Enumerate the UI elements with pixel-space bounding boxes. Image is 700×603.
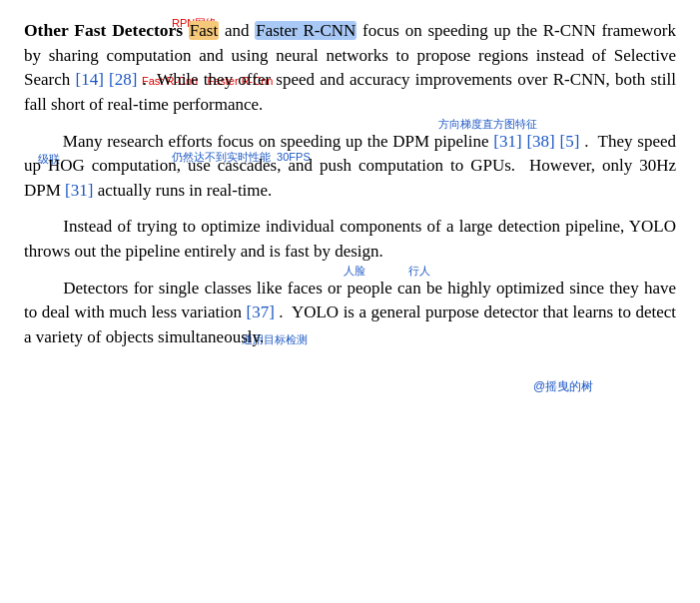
paragraph-3: Instead of trying to optimize individual…	[24, 215, 676, 264]
ref-38[interactable]: [38]	[526, 132, 554, 151]
paragraph-1-text: Other Fast Detectors Fast and Faster R-C…	[24, 18, 676, 118]
ref-31a[interactable]: [31]	[493, 132, 521, 151]
ref-31b[interactable]: [31]	[65, 181, 93, 200]
ref-5[interactable]: [5]	[560, 132, 580, 151]
highlight-fast: Fast	[189, 21, 219, 40]
highlight-faster-rcnn: Faster R-CNN	[255, 21, 356, 40]
paragraph-4-text: Detectors for single classes like faces …	[24, 277, 676, 350]
ref-37[interactable]: [37]	[246, 302, 274, 321]
paragraph-2-text: Many research efforts focus on speeding …	[24, 130, 676, 204]
ref-28[interactable]: [28]	[109, 70, 137, 89]
paragraph-1: RPN网络 Fast R-Cnn Faster R-Cnn 仍然达不到实时性能 …	[24, 18, 676, 118]
paragraph-3-text: Instead of trying to optimize individual…	[24, 215, 676, 264]
ref-14[interactable]: [14]	[76, 70, 104, 89]
content-area: RPN网络 Fast R-Cnn Faster R-Cnn 仍然达不到实时性能 …	[24, 18, 676, 350]
annotation-author: @摇曳的树	[533, 378, 593, 395]
paragraph-2: 方向梯度直方图特征 级联 Many research efforts focus…	[24, 130, 676, 204]
paragraph-4: 人脸 行人 通用目标检测 @摇曳的树 Detectors for single …	[24, 277, 676, 350]
section-heading: Other Fast Detectors	[24, 20, 183, 40]
